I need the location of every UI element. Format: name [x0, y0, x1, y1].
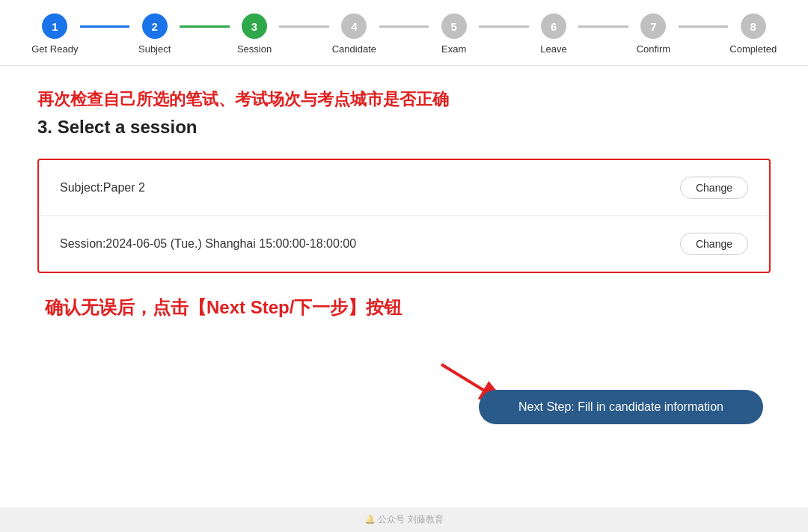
step-label-2: Subject — [138, 43, 171, 55]
step-label-6: Leave — [540, 43, 566, 55]
step-label-3: Session — [237, 43, 272, 55]
step-circle-7: 7 — [640, 13, 666, 39]
step-item-8: 8 Completed — [728, 13, 778, 55]
change-session-button[interactable]: Change — [680, 233, 748, 255]
step-connector-1 — [80, 25, 130, 28]
stepper: 1 Get Ready 2 Subject 3 Session 4 Candid… — [30, 13, 778, 55]
annotation-bottom: 确认无误后，点击【Next Step/下一步】按钮 — [45, 296, 402, 319]
step-circle-3: 3 — [242, 13, 267, 39]
step-connector-5 — [479, 25, 529, 28]
stepper-bar: 1 Get Ready 2 Subject 3 Session 4 Candid… — [0, 0, 808, 66]
step-label-4: Candidate — [332, 43, 376, 55]
next-step-button[interactable]: Next Step: Fill in candidate information — [479, 390, 763, 424]
step-circle-6: 6 — [541, 13, 566, 39]
step-label-7: Confirm — [637, 43, 671, 55]
step-circle-2: 2 — [142, 13, 168, 39]
annotation-top: 再次检查自己所选的笔试、考试场次与考点城市是否正确 — [37, 88, 771, 111]
session-card: Subject:Paper 2 Change Session:2024-06-0… — [37, 159, 771, 273]
step-item-7: 7 Confirm — [628, 13, 679, 55]
step-item-6: 6 Leave — [529, 13, 579, 55]
step-circle-5: 5 — [441, 13, 467, 39]
step-item-3: 3 Session — [230, 13, 280, 55]
step-circle-8: 8 — [741, 13, 766, 39]
step-label-5: Exam — [441, 43, 466, 55]
session-text: Session:2024-06-05 (Tue.) Shanghai 15:00… — [60, 237, 356, 251]
watermark: 🔔 公众号 刘藤教育 — [364, 513, 444, 526]
section-title: 3. Select a session — [37, 117, 771, 138]
arrow-area: Next Step: Fill in candidate information — [45, 364, 763, 424]
step-connector-7 — [679, 25, 729, 28]
step-label-1: Get Ready — [31, 43, 78, 55]
step-circle-1: 1 — [42, 13, 67, 39]
step-item-1: 1 Get Ready — [30, 13, 80, 55]
subject-text: Subject:Paper 2 — [60, 181, 145, 195]
step-connector-6 — [578, 25, 628, 28]
session-row: Session:2024-06-05 (Tue.) Shanghai 15:00… — [39, 216, 769, 272]
step-item-4: 4 Candidate — [329, 13, 379, 55]
step-item-5: 5 Exam — [429, 13, 479, 55]
bottom-annotation: 确认无误后，点击【Next Step/下一步】按钮 Next Step: Fil… — [37, 296, 771, 424]
step-connector-4 — [379, 25, 429, 28]
step-item-2: 2 Subject — [129, 13, 180, 55]
change-subject-button[interactable]: Change — [680, 177, 748, 199]
step-connector-2 — [180, 25, 230, 28]
step-circle-4: 4 — [341, 13, 367, 39]
step-label-8: Completed — [729, 43, 777, 55]
subject-row: Subject:Paper 2 Change — [39, 160, 769, 216]
main-content: 再次检查自己所选的笔试、考试场次与考点城市是否正确 3. Select a se… — [0, 66, 808, 507]
step-connector-3 — [279, 25, 329, 28]
